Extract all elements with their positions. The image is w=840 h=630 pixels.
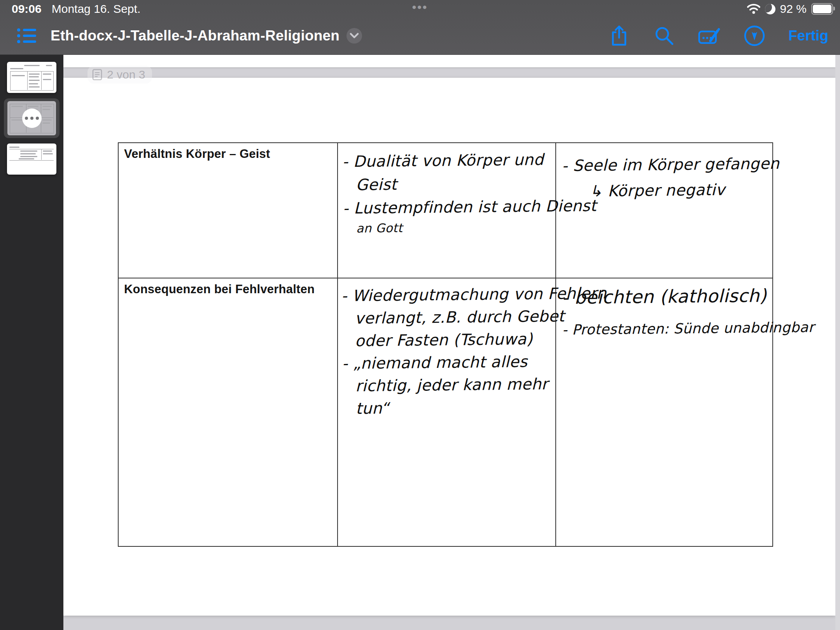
- focus-moon-icon: [765, 4, 775, 14]
- share-icon[interactable]: [608, 24, 630, 47]
- document-title[interactable]: Eth-docx-J-Tabelle-J-Abraham-Religionen: [51, 28, 340, 44]
- status-bar: 09:06 Montag 16. Sept. ••• 92 %: [0, 0, 840, 17]
- document-page: Verhältnis Körper – Geist Konsequenzen b…: [63, 78, 835, 616]
- row1-notes-middle: - Dualität von Körper und Geist - Lustem…: [342, 147, 597, 237]
- page-thumbnails-sidebar[interactable]: [0, 55, 63, 630]
- done-button[interactable]: Fertig: [788, 28, 828, 44]
- markup-field-icon[interactable]: [698, 24, 721, 47]
- document-scroll-area[interactable]: 2 von 3 Verhältnis Körper – Geist Konseq…: [63, 55, 840, 630]
- status-right: 92 %: [747, 2, 833, 16]
- page-1-thumbnail[interactable]: [7, 62, 56, 93]
- clock: 09:06: [12, 2, 42, 16]
- title-chevron-down-icon[interactable]: [346, 28, 362, 44]
- row2-notes-right: - beichten (katholisch) - Protestanten: …: [562, 284, 814, 340]
- date: Montag 16. Sept.: [52, 2, 141, 16]
- thumbnail-sketch: [24, 65, 40, 66]
- row1-notes-right: - Seele im Körper gefangen ↳ Körper nega…: [562, 150, 780, 204]
- ipad-screen: 09:06 Montag 16. Sept. ••• 92 %: [0, 0, 840, 630]
- page-actions-ellipsis-icon[interactable]: [22, 108, 42, 128]
- page-2-thumbnail-selected[interactable]: [7, 101, 56, 135]
- navigation-toolbar: Eth-docx-J-Tabelle-J-Abraham-Religionen: [0, 17, 840, 54]
- row1-header: Verhältnis Körper – Geist: [124, 147, 270, 161]
- page-icon: [92, 69, 102, 80]
- search-icon[interactable]: [653, 24, 676, 47]
- previous-page-bottom-edge: [63, 55, 835, 67]
- status-left: 09:06 Montag 16. Sept.: [12, 2, 140, 16]
- page-indicator-pill: 2 von 3: [88, 66, 152, 84]
- page-right-margin: [835, 55, 840, 630]
- page-3-thumbnail[interactable]: [7, 144, 56, 175]
- annotate-pen-icon[interactable]: [743, 24, 766, 47]
- page-indicator-label: 2 von 3: [107, 68, 145, 81]
- content-table: Verhältnis Körper – Geist Konsequenzen b…: [118, 142, 773, 547]
- multitasking-indicator-icon[interactable]: •••: [412, 1, 428, 14]
- battery-icon: [811, 3, 833, 15]
- thumbnails-list-icon[interactable]: [16, 25, 37, 46]
- row2-header: Konsequenzen bei Fehlverhalten: [124, 282, 315, 296]
- battery-percent: 92 %: [780, 2, 807, 16]
- wifi-icon: [747, 4, 760, 14]
- top-bar: 09:06 Montag 16. Sept. ••• 92 %: [0, 0, 840, 55]
